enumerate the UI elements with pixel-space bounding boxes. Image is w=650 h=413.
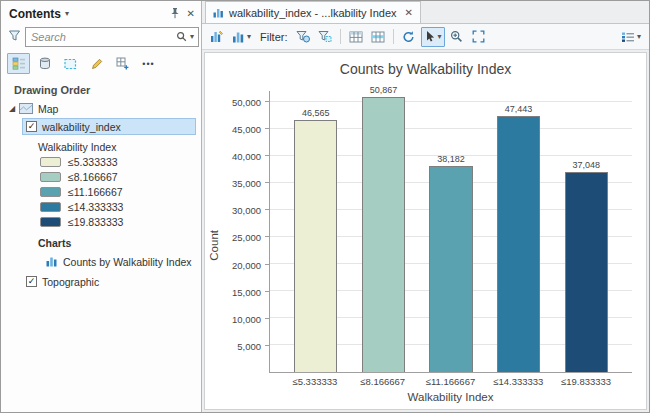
bar[interactable]: [429, 166, 472, 372]
toolbar-separator: [393, 29, 394, 44]
selected-layer-highlight[interactable]: ✓ walkability_index: [22, 118, 196, 135]
x-axis-tick-label: ≤8.166667: [349, 376, 417, 387]
chart-type-icon: [232, 31, 245, 43]
basemap-visibility-checkbox[interactable]: ✓: [26, 276, 37, 287]
chart-view-pane: walkability_index - ...lkability Index ✕…: [202, 1, 649, 412]
bar-value-label: 38,182: [437, 154, 465, 164]
contents-tree: ◢ Map ✓ walkability_index Walkability In…: [1, 100, 201, 290]
y-axis-title: Count: [205, 81, 223, 409]
legend-swatch-icon[interactable]: [40, 187, 61, 197]
legend-item[interactable]: ≤19.833333: [1, 214, 201, 229]
check-icon: ✓: [28, 277, 36, 286]
list-by-labeling-button[interactable]: [111, 53, 134, 74]
search-box: ▾: [25, 27, 199, 47]
bar[interactable]: [362, 97, 405, 372]
collapse-expander-icon[interactable]: ◢: [9, 104, 19, 113]
search-icon[interactable]: [176, 28, 187, 46]
chart-properties-button[interactable]: [207, 27, 227, 47]
layer-visibility-checkbox[interactable]: ✓: [26, 121, 37, 132]
more-options-button[interactable]: •••: [137, 53, 160, 74]
more-options-icon: •••: [142, 59, 154, 69]
list-by-data-source-button[interactable]: [33, 53, 56, 74]
legend-item-label: ≤19.833333: [68, 216, 123, 228]
filter-funnel-icon[interactable]: [8, 28, 21, 46]
bar-value-label: 47,443: [505, 104, 533, 114]
bar[interactable]: [497, 116, 540, 372]
y-axis-tick-label: 5,000: [237, 340, 261, 351]
legend-swatch-icon[interactable]: [40, 202, 61, 212]
bar-value-label: 50,867: [370, 85, 398, 95]
tree-item-chart[interactable]: Counts by Walkability Index: [1, 253, 201, 270]
legend-icon: [621, 31, 635, 43]
search-options-chevron-icon[interactable]: ▾: [190, 33, 194, 41]
y-axis-tick-label: 30,000: [232, 205, 261, 216]
legend-list: ≤5.333333≤8.166667≤11.166667≤14.333333≤1…: [1, 154, 201, 229]
bar[interactable]: [565, 172, 608, 372]
tree-item-walkability-layer[interactable]: ✓ walkability_index: [1, 117, 201, 136]
legend-item[interactable]: ≤8.166667: [1, 169, 201, 184]
close-panel-icon[interactable]: ✕: [187, 9, 195, 19]
y-axis-tick-label: 35,000: [232, 178, 261, 189]
legend-item[interactable]: ≤14.333333: [1, 199, 201, 214]
filter-by-extent-button[interactable]: [293, 27, 313, 47]
y-axis: 5,00010,00015,00020,00025,00030,00035,00…: [223, 91, 269, 373]
grid-plus-icon: [116, 57, 129, 70]
chart-type-button[interactable]: ▾: [229, 27, 254, 47]
zoom-in-icon: [450, 30, 463, 43]
x-axis-tick-label: ≤19.833333: [552, 376, 620, 387]
layer-label: walkability_index: [42, 121, 121, 133]
drawing-order-heading: Drawing Order: [1, 78, 201, 100]
show-data-table-button[interactable]: [346, 27, 366, 47]
legend-swatch-icon[interactable]: [40, 157, 61, 167]
panel-menu-chevron-icon[interactable]: ▾: [65, 10, 69, 18]
pin-icon[interactable]: [170, 5, 180, 23]
database-icon: [39, 57, 51, 70]
x-axis-tick-label: ≤5.333333: [281, 376, 349, 387]
chart-tab-icon: [213, 8, 224, 18]
x-axis: ≤5.333333≤8.166667≤11.166667≤14.333333≤1…: [269, 376, 632, 387]
table-selection-button[interactable]: [368, 27, 388, 47]
tree-item-topographic[interactable]: ✓ Topographic: [1, 273, 201, 290]
select-mode-button[interactable]: ▾: [421, 27, 445, 47]
y-axis-tick-label: 15,000: [232, 286, 261, 297]
contents-panel: Contents ▾ ✕ ▾: [1, 1, 202, 412]
close-tab-icon[interactable]: ✕: [405, 7, 413, 18]
data-table-icon: [349, 31, 363, 43]
refresh-icon: [402, 30, 415, 43]
legend-button[interactable]: ▾: [618, 27, 644, 47]
zoom-mode-button[interactable]: [447, 27, 467, 47]
chart-item-icon: [46, 256, 58, 267]
charts-heading: Charts: [38, 237, 71, 249]
contents-panel-header: Contents ▾ ✕: [1, 1, 201, 25]
refresh-button[interactable]: [399, 27, 419, 47]
chart-tab[interactable]: walkability_index - ...lkability Index ✕: [205, 1, 421, 23]
tree-item-map[interactable]: ◢ Map: [1, 100, 201, 117]
legend-item[interactable]: ≤5.333333: [1, 154, 201, 169]
pencil-icon: [91, 58, 103, 70]
contents-toolbar: •••: [1, 50, 201, 78]
map-icon: [19, 103, 33, 114]
list-by-selection-button[interactable]: [59, 53, 82, 74]
y-axis-tick-label: 45,000: [232, 123, 261, 134]
map-label: Map: [38, 103, 58, 115]
legend-swatch-icon[interactable]: [40, 172, 61, 182]
bar-column: 37,048: [552, 91, 620, 372]
legend-item-label: ≤11.166667: [68, 186, 123, 198]
table-selection-icon: [371, 31, 385, 43]
chart-tab-title: walkability_index - ...lkability Index: [229, 7, 397, 19]
list-by-editing-button[interactable]: [85, 53, 108, 74]
full-extent-button[interactable]: [469, 27, 489, 47]
legend-title: Walkability Index: [38, 141, 116, 153]
filter-by-selection-button[interactable]: [315, 27, 335, 47]
legend-swatch-icon[interactable]: [40, 217, 61, 227]
legend-item[interactable]: ≤11.166667: [1, 184, 201, 199]
y-axis-tick-label: 20,000: [232, 259, 261, 270]
filter-by-selection-icon: [318, 30, 332, 43]
bar-column: 38,182: [417, 91, 485, 372]
legend-item-label: ≤8.166667: [68, 171, 118, 183]
search-input[interactable]: [31, 31, 173, 43]
list-by-drawing-order-button[interactable]: [7, 53, 30, 74]
plot-area[interactable]: 46,56550,86738,18247,44337,048: [269, 91, 632, 373]
cursor-arrow-icon: [424, 30, 436, 43]
bar[interactable]: [294, 120, 337, 372]
